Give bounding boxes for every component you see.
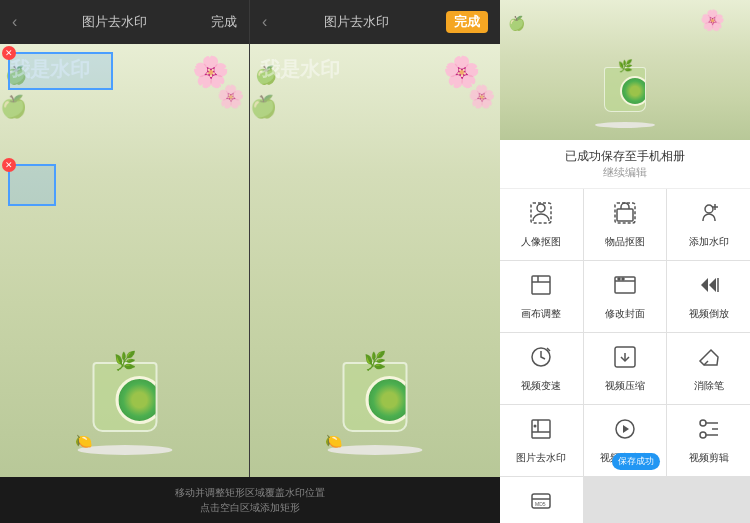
- tool-item-cutout-label: 物品抠图: [605, 235, 645, 248]
- tool-canvas-adjust[interactable]: 画布调整: [500, 261, 583, 332]
- before-drink-bg: 🌸 🌸 🍏 🍏 🌿 🍋: [0, 44, 249, 477]
- tool-add-watermark-label: 添加水印: [689, 235, 729, 248]
- svg-rect-20: [532, 420, 550, 438]
- tool-video-compress[interactable]: 视频压缩: [584, 333, 667, 404]
- svg-text:MD5: MD5: [535, 501, 546, 507]
- portrait-cutout-icon: [529, 201, 553, 231]
- video-remove-watermark-icon: [613, 417, 637, 447]
- item-cutout-icon: [613, 201, 637, 231]
- after-drink-bg: 🌸 🌸 🍏 🍏 🌿 🍋: [250, 44, 500, 477]
- tool-portrait-cutout[interactable]: 人像抠图: [500, 189, 583, 260]
- tool-item-cutout[interactable]: 物品抠图: [584, 189, 667, 260]
- tool-video-compress-label: 视频压缩: [605, 379, 645, 392]
- tool-eraser-label: 消除笔: [694, 379, 724, 392]
- svg-rect-3: [615, 203, 635, 223]
- panel-footer: 移动并调整矩形区域覆盖水印位置 点击空白区域添加矩形: [0, 477, 500, 523]
- tool-portrait-cutout-label: 人像抠图: [521, 235, 561, 248]
- svg-point-12: [622, 278, 624, 280]
- right-back-arrow[interactable]: ‹: [262, 13, 267, 31]
- tools-grid: 人像抠图 物品抠图 添加水印: [500, 189, 750, 523]
- header-bar: ‹ 图片去水印 完成 ‹ 图片去水印 完成: [0, 0, 500, 44]
- tool-img-remove-watermark-label: 图片去水印: [516, 451, 566, 464]
- svg-marker-25: [623, 425, 629, 433]
- svg-rect-7: [532, 276, 550, 294]
- svg-point-23: [534, 425, 537, 428]
- tool-edit-cover-label: 修改封面: [605, 307, 645, 320]
- footer-line2: 点击空白区域添加矩形: [10, 500, 490, 515]
- svg-rect-1: [531, 203, 551, 223]
- add-watermark-icon: [697, 201, 721, 231]
- left-panel: ‹ 图片去水印 完成 ‹ 图片去水印 完成 🌸 🌸 🍏 🍏: [0, 0, 500, 523]
- tool-video-remove-watermark[interactable]: 视频去水印 保存成功: [584, 405, 667, 476]
- save-success-text: 已成功保存至手机相册: [500, 148, 750, 165]
- canvas-adjust-icon: [529, 273, 553, 303]
- eraser-icon: [697, 345, 721, 375]
- tool-img-remove-watermark[interactable]: 图片去水印: [500, 405, 583, 476]
- svg-point-11: [618, 278, 620, 280]
- watermark-text-after: 我是水印: [260, 56, 340, 83]
- svg-rect-2: [617, 209, 633, 221]
- left-back-arrow[interactable]: ‹: [12, 13, 17, 31]
- selection-box-2[interactable]: ✕: [8, 164, 56, 206]
- svg-point-26: [700, 420, 706, 426]
- right-done-button[interactable]: 完成: [446, 11, 488, 33]
- video-reverse-icon: [697, 273, 721, 303]
- right-header-section: ‹ 图片去水印 完成: [250, 0, 500, 44]
- tool-md5[interactable]: MD5 修改MD5: [500, 477, 583, 523]
- after-image-panel[interactable]: 🌸 🌸 🍏 🍏 🌿 🍋 我是水印: [250, 44, 500, 477]
- edit-cover-icon: [613, 273, 637, 303]
- svg-point-27: [700, 432, 706, 438]
- tool-add-watermark[interactable]: 添加水印: [667, 189, 750, 260]
- left-header-title: 图片去水印: [82, 13, 147, 31]
- img-remove-watermark-icon: [529, 417, 553, 447]
- svg-marker-14: [701, 278, 708, 292]
- thumbnail-area: 🌸 🍏 🌿: [500, 0, 750, 140]
- before-image-panel[interactable]: 🌸 🌸 🍏 🍏 🌿 🍋 我是水印 ✕: [0, 44, 250, 477]
- continue-edit-button[interactable]: 继续编辑: [500, 165, 750, 180]
- tool-video-reverse[interactable]: 视频倒放: [667, 261, 750, 332]
- images-row: 🌸 🌸 🍏 🍏 🌿 🍋 我是水印 ✕: [0, 44, 500, 477]
- footer-line1: 移动并调整矩形区域覆盖水印位置: [10, 485, 490, 500]
- svg-marker-13: [709, 278, 716, 292]
- tool-video-speed[interactable]: 视频变速: [500, 333, 583, 404]
- right-header-title: 图片去水印: [324, 13, 389, 31]
- close-selection-1[interactable]: ✕: [2, 46, 16, 60]
- md5-icon: MD5: [529, 489, 553, 519]
- video-compress-icon: [613, 345, 637, 375]
- svg-point-4: [705, 205, 713, 213]
- thumbnail-image: 🌸 🍏 🌿: [500, 0, 750, 140]
- video-speed-icon: [529, 345, 553, 375]
- tool-video-reverse-label: 视频倒放: [689, 307, 729, 320]
- tool-video-edit-label: 视频剪辑: [689, 451, 729, 464]
- left-done-button[interactable]: 完成: [211, 13, 237, 31]
- save-success-badge: 保存成功: [612, 453, 660, 470]
- selection-box-1[interactable]: ✕: [8, 52, 113, 90]
- left-header-section: ‹ 图片去水印 完成: [0, 0, 250, 44]
- tool-video-speed-label: 视频变速: [521, 379, 561, 392]
- tool-canvas-adjust-label: 画布调整: [521, 307, 561, 320]
- save-success-area: 已成功保存至手机相册 继续编辑: [500, 140, 750, 189]
- video-edit-icon: [697, 417, 721, 447]
- tool-video-edit[interactable]: 视频剪辑: [667, 405, 750, 476]
- svg-point-0: [537, 204, 545, 212]
- tool-edit-cover[interactable]: 修改封面: [584, 261, 667, 332]
- close-selection-2[interactable]: ✕: [2, 158, 16, 172]
- right-panel: 🌸 🍏 🌿 已成功保存至手机相册 继续编辑: [500, 0, 750, 523]
- tool-eraser[interactable]: 消除笔: [667, 333, 750, 404]
